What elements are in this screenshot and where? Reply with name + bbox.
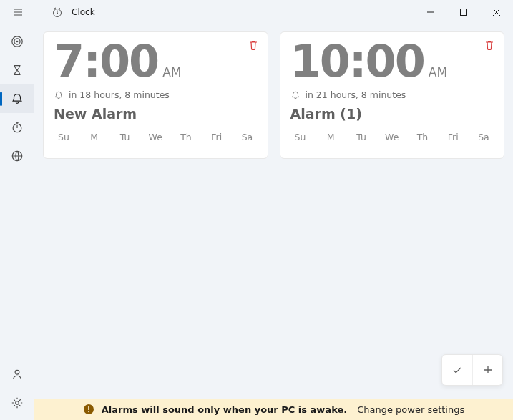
days-row: Su M Tu We Th Fri Sa (290, 132, 494, 142)
nav-account[interactable] (0, 360, 34, 389)
day: Fri (208, 132, 225, 142)
maximize-icon (460, 9, 467, 16)
delete-alarm-button[interactable] (248, 39, 259, 54)
minimize-button[interactable] (414, 0, 447, 24)
day: Th (177, 132, 195, 142)
close-icon (493, 9, 500, 16)
maximize-button[interactable] (447, 0, 480, 24)
nav-world-clock[interactable] (0, 142, 34, 170)
svg-rect-10 (88, 406, 89, 410)
minimize-icon (427, 9, 434, 16)
trash-icon (248, 39, 259, 51)
alarm-ampm: AM (162, 65, 181, 79)
nav-stopwatch[interactable] (0, 113, 34, 142)
day: Su (292, 132, 309, 142)
bell-small-icon (54, 90, 64, 100)
alert-bar: Alarms will sound only when your PC is a… (34, 399, 513, 420)
target-icon (11, 35, 24, 48)
alarm-name: Alarm (1) (290, 106, 494, 122)
nav-alarm[interactable] (0, 84, 34, 113)
sidebar (0, 24, 34, 420)
app-icon (52, 6, 63, 18)
alert-message: Alarms will sound only when your PC is a… (102, 404, 347, 415)
alarm-card[interactable]: 7:00 AM in 18 hours, 8 minutes New Alarm… (43, 31, 268, 159)
window-controls (414, 0, 513, 24)
plus-icon (482, 364, 494, 376)
bell-icon (11, 92, 24, 105)
fab-group (441, 354, 503, 386)
trash-icon (484, 39, 495, 51)
alarm-time: 10:00 (290, 39, 424, 84)
add-alarm-button[interactable] (472, 355, 502, 385)
days-row: Su M Tu We Th Fri Sa (54, 132, 258, 142)
alarm-ampm: AM (429, 65, 447, 79)
app-title: Clock (72, 7, 95, 17)
globe-icon (11, 150, 24, 162)
day: Tu (117, 132, 134, 142)
day: We (147, 132, 164, 142)
delete-alarm-button[interactable] (484, 39, 495, 54)
titlebar: Clock (0, 0, 513, 24)
close-button[interactable] (480, 0, 513, 24)
svg-point-4 (16, 41, 19, 43)
svg-point-7 (15, 370, 19, 374)
alarm-remaining: in 18 hours, 8 minutes (69, 89, 170, 100)
day: Sa (239, 132, 256, 142)
change-power-settings-link[interactable]: Change power settings (357, 404, 464, 415)
day: We (383, 132, 401, 142)
menu-button[interactable] (6, 0, 30, 24)
svg-point-8 (16, 401, 19, 405)
nav-timer[interactable] (0, 56, 34, 84)
gear-icon (11, 396, 24, 409)
day: Fri (444, 132, 461, 142)
day: Su (55, 132, 72, 142)
nav-focus-sessions[interactable] (0, 27, 34, 56)
warning-icon (83, 404, 94, 415)
alarm-time: 7:00 (54, 39, 158, 84)
day: M (86, 132, 103, 142)
nav-settings[interactable] (0, 389, 34, 417)
alarm-remaining: in 21 hours, 8 minutes (306, 89, 406, 100)
check-icon (451, 364, 463, 376)
bell-small-icon (290, 90, 301, 100)
hamburger-icon (12, 6, 24, 18)
day: Sa (475, 132, 492, 142)
stopwatch-icon (11, 121, 24, 134)
alarm-card[interactable]: 10:00 AM in 21 hours, 8 minutes Alarm (1… (280, 31, 505, 159)
svg-rect-1 (461, 9, 467, 16)
edit-alarms-button[interactable] (442, 355, 472, 385)
user-icon (11, 368, 24, 381)
svg-rect-11 (88, 411, 89, 413)
day: M (322, 132, 339, 142)
day: Tu (353, 132, 370, 142)
alarm-name: New Alarm (54, 106, 258, 122)
main-content: 7:00 AM in 18 hours, 8 minutes New Alarm… (34, 24, 513, 420)
day: Th (414, 132, 431, 142)
hourglass-icon (11, 64, 24, 77)
